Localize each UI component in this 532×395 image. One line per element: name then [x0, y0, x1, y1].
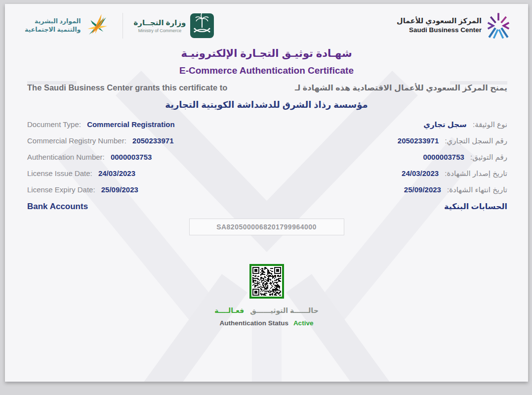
- hr-ministry-star-icon: [84, 12, 112, 40]
- field-label-en: Commercial Registry Number:: [27, 136, 126, 145]
- field-label-ar: تاريخ إصدار الشهادة:: [445, 169, 507, 177]
- certificate-page: الموارد البشرية والتنمية الاجتماعية: [5, 4, 528, 382]
- status-value-en: Active: [293, 319, 314, 327]
- field-en: Commercial Registry Number: 2050233971: [27, 136, 173, 145]
- authentication-status-en: Authentication Status Active: [5, 319, 528, 327]
- field-ar: نوع الوثيقة: سجل تجاري: [423, 120, 507, 129]
- field-value-ar: 24/03/2023: [402, 169, 439, 177]
- field-value-en: Commercial Registration: [87, 120, 175, 129]
- field-row-expiry-date: License Expiry Date: 25/09/2023 تاريخ ان…: [5, 185, 528, 194]
- header-left-logos: الموارد البشرية والتنمية الاجتماعية: [25, 12, 214, 40]
- header: الموارد البشرية والتنمية الاجتماعية: [5, 4, 528, 40]
- commerce-ministry-name: وزارة التجــارة Ministry of Commerce: [134, 18, 186, 33]
- field-label-en: Document Type:: [27, 120, 81, 129]
- faded-bar-left: [27, 81, 77, 85]
- authentication-status-ar: حالــــــة التوثيــــــق فعـالــــة: [5, 307, 528, 314]
- bank-accounts-row: Bank Accounts الحسابات البنكية: [5, 202, 528, 212]
- field-label-en: License Issue Date:: [27, 169, 92, 177]
- field-label-en: License Expiry Date:: [27, 185, 95, 194]
- field-row-document-type: Document Type: Commercial Registration ن…: [5, 120, 528, 129]
- qr-section: [5, 264, 528, 299]
- status-label-en: Authentication Status: [220, 319, 289, 327]
- sbc-name-en: Saudi Business Center: [397, 26, 482, 35]
- sbc-starburst-icon: [486, 12, 511, 39]
- field-label-en: Authentication Number:: [27, 153, 105, 161]
- header-divider: [123, 13, 123, 39]
- field-label-ar: تاريخ انتهاء الشهادة:: [447, 185, 507, 194]
- hr-ministry-name: الموارد البشرية والتنمية الاجتماعية: [25, 17, 81, 34]
- field-en: Document Type: Commercial Registration: [27, 120, 175, 129]
- field-label-ar: نوع الوثيقة:: [473, 120, 507, 129]
- field-ar: تاريخ إصدار الشهادة: 24/03/2023: [402, 169, 507, 178]
- field-value-en: 25/09/2023: [101, 185, 138, 194]
- field-row-authentication-number: Authentication Number: 0000003753 رقم ال…: [5, 153, 528, 162]
- company-name: مؤسسة رذاذ الشرق للدشداشة الكويتية التجا…: [5, 99, 528, 110]
- field-ar: رقم التوثيق: 0000003753: [423, 153, 507, 162]
- hr-ministry-name-line1: الموارد البشرية: [25, 17, 81, 26]
- commerce-ministry-emblem-icon: [190, 12, 214, 40]
- field-value-ar: 25/09/2023: [404, 185, 441, 194]
- field-ar: تاريخ انتهاء الشهادة: 25/09/2023: [404, 185, 507, 194]
- status-label-ar: حالــــــة التوثيــــــق: [250, 307, 319, 314]
- commerce-ministry-logo: وزارة التجــارة Ministry of Commerce: [134, 12, 215, 40]
- faded-bar-right: [450, 81, 507, 85]
- certificate-fields: Document Type: Commercial Registration ن…: [5, 120, 528, 194]
- field-value-ar: 2050233971: [398, 136, 439, 145]
- status-value-ar: فعـالــــة: [214, 307, 244, 314]
- field-en: Authentication Number: 0000003753: [27, 153, 152, 161]
- sbc-name-ar: المركز السعودي للأعمال: [397, 16, 482, 26]
- bank-accounts-title-en: Bank Accounts: [27, 202, 88, 212]
- sbc-logo: المركز السعودي للأعمال Saudi Business Ce…: [397, 12, 511, 39]
- field-value-ar: سجل تجاري: [423, 120, 467, 129]
- field-label-ar: رقم السجل التجاري:: [445, 136, 507, 145]
- iban-value: SA8205000068201799964000: [189, 219, 344, 235]
- bank-accounts-title-ar: الحسابات البنكية: [444, 202, 507, 211]
- qr-code: [249, 264, 284, 299]
- qr-canvas: [252, 267, 281, 296]
- sbc-name: المركز السعودي للأعمال Saudi Business Ce…: [397, 16, 482, 34]
- field-value-ar: 0000003753: [423, 153, 464, 161]
- field-ar: رقم السجل التجاري: 2050233971: [398, 136, 507, 145]
- field-en: License Issue Date: 24/03/2023: [27, 169, 135, 177]
- field-value-en: 24/03/2023: [98, 169, 135, 177]
- field-value-en: 2050233971: [132, 136, 173, 145]
- commerce-ministry-name-ar: وزارة التجــارة: [134, 18, 186, 27]
- hr-ministry-name-line2: والتنمية الاجتماعية: [25, 26, 81, 34]
- field-row-issue-date: License Issue Date: 24/03/2023 تاريخ إصد…: [5, 169, 528, 178]
- commerce-ministry-name-en: Ministry of Commerce: [134, 28, 186, 33]
- field-label-ar: رقم التوثيق:: [470, 153, 507, 161]
- field-en: License Expiry Date: 25/09/2023: [27, 185, 138, 194]
- certificate-title-en: E-Commerce Authentication Certificate: [5, 65, 528, 76]
- field-value-en: 0000003753: [111, 153, 152, 161]
- certificate-title-ar: شهـادة توثيـق التجـارة الإلكترونيـة: [5, 47, 528, 59]
- hr-ministry-logo: الموارد البشرية والتنمية الاجتماعية: [25, 12, 112, 40]
- field-row-registry-number: Commercial Registry Number: 2050233971 ر…: [5, 136, 528, 145]
